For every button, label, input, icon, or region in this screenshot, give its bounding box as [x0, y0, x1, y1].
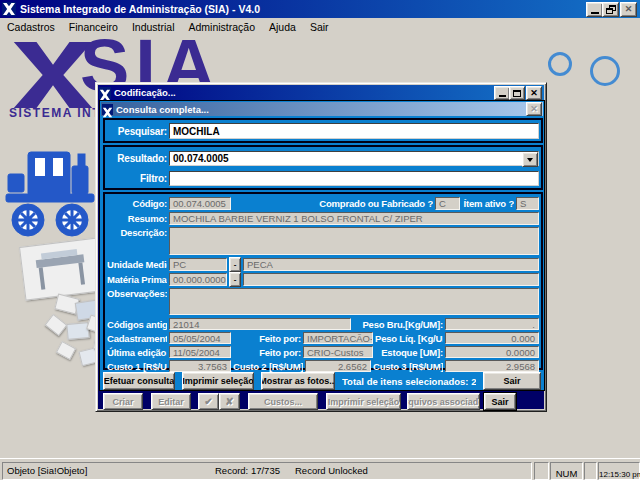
observacoes-field — [169, 288, 539, 315]
descricao-label: Descrição: — [107, 227, 167, 238]
codigos-antigos-label: Códigos antigos: — [107, 319, 167, 330]
carriage-clipart — [4, 146, 98, 250]
codificacao-icon — [99, 87, 111, 99]
peso-liq-field: 0.000 — [445, 332, 539, 344]
peso-bru-label: Peso Bru.[Kg/UM]: — [353, 319, 443, 330]
unidade-medida-lookup-button[interactable]: - — [229, 257, 241, 272]
imprimir-selecao-button[interactable]: Imprimir seleção — [182, 372, 254, 390]
materia-prima-lookup-button[interactable]: - — [229, 272, 241, 287]
codigo-label: Código: — [107, 198, 167, 209]
pesquisar-label: Pesquisar: — [107, 126, 167, 137]
unidade-medida-field: PC — [169, 258, 227, 271]
main-titlebar: Sistema Integrado de Administração (SIA)… — [0, 0, 640, 18]
statusbar-lock-text: Record Unlocked — [295, 465, 368, 476]
custo2-field: 2.6562 — [305, 360, 371, 372]
consulta-dialog: Consulta completa... ✕ Pesquisar: Result… — [99, 100, 545, 391]
close-button[interactable]: ✕ — [620, 2, 637, 17]
cadastramento-field: 05/05/2004 — [169, 332, 231, 344]
ultima-edicao-field: 11/05/2004 — [169, 346, 231, 358]
unidade-medida-desc-field: PECA — [243, 258, 539, 271]
cadastramento-label: Cadastramento: — [107, 333, 167, 344]
resultado-dropdown-button[interactable] — [522, 152, 538, 167]
feito-por-1-label: Feito por: — [233, 333, 301, 344]
consulta-sair-button[interactable]: Sair — [483, 372, 541, 390]
statusbar-main-panel: Objeto [Sia!Objeto] Record: 17/735 Recor… — [2, 462, 532, 480]
confirm-check-icon-button[interactable]: ✔ — [198, 393, 219, 410]
resultado-section: Resultado: 00.074.0005 Filtro: — [103, 145, 543, 190]
statusbar-empty-panel-2 — [584, 462, 597, 480]
editar-button[interactable]: Editar — [151, 393, 191, 410]
filtro-label: Filtro: — [107, 173, 167, 184]
codigo-field: 00.074.0005 — [169, 197, 231, 210]
feito-por-1-field: IMPORTACÃO-VDF — [303, 332, 373, 344]
chevron-down-icon — [527, 158, 533, 162]
app-icon — [2, 2, 16, 16]
filtro-input[interactable] — [169, 171, 539, 186]
materia-prima-label: Matéria Prima: — [107, 274, 167, 285]
codificacao-sair-button[interactable]: Sair — [484, 393, 516, 410]
peso-liq-label: Peso Líq. [Kg/UM]: — [375, 333, 443, 344]
mostrar-fotos-button[interactable]: Mostrar as fotos... — [261, 372, 335, 390]
custos-button[interactable]: Custos... — [248, 393, 318, 410]
consulta-title: Consulta completa... — [116, 104, 209, 115]
custo1-label: Custo 1 [R$/UM]: — [107, 361, 167, 372]
codificacao-close-button[interactable]: ✕ — [526, 86, 542, 100]
item-ativo-label: Ítem ativo ? — [462, 198, 514, 209]
consulta-footer: Efetuar consulta Imprimir seleção Mostra… — [103, 373, 541, 389]
consulta-close-button[interactable]: ✕ — [526, 102, 542, 116]
product-photo-card — [45, 314, 68, 336]
details-section: Código: 00.074.0005 Comprado ou Fabricad… — [103, 192, 543, 370]
item-ativo-field: S — [516, 197, 539, 210]
statusbar-clock-text: 12:15:30 pm — [599, 470, 640, 479]
imprimir-selecao-disabled-button[interactable]: Imprimir seleção — [326, 393, 401, 410]
menu-ajuda[interactable]: Ajuda — [264, 20, 301, 34]
statusbar-num-text: NUM — [556, 468, 578, 479]
custo2-label: Custo 2 [R$/UM]: — [233, 361, 303, 372]
pesquisar-section: Pesquisar: — [103, 118, 543, 143]
feito-por-2-label: Feito por: — [233, 347, 301, 358]
restore-button[interactable] — [602, 2, 619, 17]
codificacao-minimize-button[interactable] — [494, 86, 510, 100]
resumo-field: MOCHILA BARBIE VERNIZ 1 BOLSO FRONTAL C/… — [169, 212, 539, 225]
product-photo-card — [56, 341, 76, 360]
main-window-title: Sistema Integrado de Administração (SIA)… — [20, 3, 260, 15]
unidade-medida-label: Unidade Medida: — [107, 259, 167, 270]
codificacao-button-row: Criar Editar ✔ ✘ Custos... Imprimir sele… — [98, 393, 544, 410]
criar-button[interactable]: Criar — [103, 393, 143, 410]
feito-por-2-field: CRIO-Custos — [303, 346, 373, 358]
consulta-icon — [102, 104, 113, 115]
pesquisar-input[interactable] — [169, 123, 539, 139]
estoque-label: Estoque [UM]: — [375, 347, 443, 358]
codificacao-maximize-button[interactable] — [509, 86, 525, 100]
ultima-edicao-label: Última edição: — [107, 347, 167, 358]
decor-circle-1 — [548, 52, 572, 76]
menu-cadastros[interactable]: Cadastros — [2, 20, 60, 34]
codificacao-title: Codificação... — [114, 87, 176, 98]
custo1-field: 3.7563 — [169, 360, 231, 372]
arquivos-associados-button[interactable]: Arquivos associados — [407, 393, 480, 410]
codificacao-titlebar: Codificação... ✕ — [98, 85, 544, 100]
custo3-label: Custo 3 [R$/UM]: — [373, 361, 443, 372]
peso-bru-field: . — [445, 318, 539, 330]
statusbar-empty-panel-1 — [534, 462, 549, 480]
materia-prima-desc-field — [243, 273, 539, 286]
materia-prima-field: 00.000.0000 — [169, 273, 227, 286]
comprado-field: C — [435, 197, 460, 210]
statusbar-record-text: Record: 17/735 — [215, 465, 280, 476]
minimize-button[interactable] — [586, 2, 603, 17]
codificacao-client: Consulta completa... ✕ Pesquisar: Result… — [98, 100, 544, 409]
resultado-value: 00.074.0005 — [173, 153, 229, 164]
codigos-antigos-field: 21014 — [169, 318, 351, 330]
statusbar-object-text: Objeto [Sia!Objeto] — [7, 465, 87, 476]
custo3-field: 2.9568 — [445, 360, 539, 372]
estoque-field: 0.0000 — [445, 346, 539, 358]
statusbar-clock-panel: 12:15:30 pm — [598, 462, 640, 480]
consulta-titlebar: Consulta completa... ✕ — [101, 102, 543, 116]
codificacao-window: Codificação... ✕ Consulta completa... ✕ … — [95, 82, 547, 412]
efetuar-consulta-button[interactable]: Efetuar consulta — [103, 372, 175, 390]
total-selecionados-text: Total de itens selecionados: 21 — [342, 376, 476, 387]
statusbar: Objeto [Sia!Objeto] Record: 17/735 Recor… — [0, 458, 640, 480]
cancel-x-icon-button[interactable]: ✘ — [219, 393, 240, 410]
resultado-combobox[interactable]: 00.074.0005 — [169, 151, 539, 166]
menu-sair[interactable]: Sair — [305, 20, 334, 34]
